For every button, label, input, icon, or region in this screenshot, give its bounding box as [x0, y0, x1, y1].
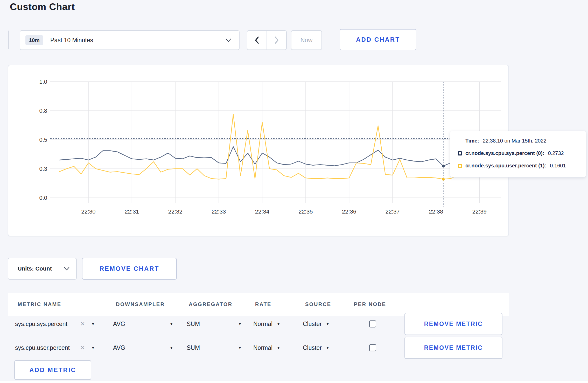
series-line-1: [59, 114, 494, 179]
chevron-right-icon: [274, 36, 279, 44]
rate-value: Normal: [253, 321, 272, 328]
caret-down-icon: ▼: [238, 346, 242, 350]
tooltip-sys-label: cr.node.sys.cpu.sys.percent (0):: [465, 150, 544, 156]
clear-metric-icon[interactable]: ✕: [80, 345, 85, 351]
aggregator-value: SUM: [187, 321, 200, 328]
next-time-button[interactable]: [267, 31, 286, 49]
tooltip-time-label: Time:: [465, 138, 479, 144]
caret-down-icon: ▼: [170, 346, 173, 350]
remove-metric-button[interactable]: REMOVE METRIC: [404, 337, 502, 359]
time-range-label: Past 10 Minutes: [50, 37, 93, 44]
metric-name-select[interactable]: sys.cpu.sys.percent ✕ ▼: [15, 312, 106, 336]
source-select[interactable]: Cluster ▼: [303, 336, 330, 360]
time-range-badge: 10m: [25, 35, 43, 45]
remove-chart-button[interactable]: REMOVE CHART: [82, 258, 177, 280]
prev-time-button[interactable]: [247, 31, 267, 49]
page-left-border: [1, 0, 1, 383]
chevron-left-icon: [254, 36, 260, 44]
remove-metric-button[interactable]: REMOVE METRIC: [404, 313, 502, 335]
caret-down-icon: ▼: [170, 322, 173, 326]
series-line-0: [59, 147, 494, 166]
chart-card: 0.00.30.50.81.022:3022:3122:3222:3322:34…: [8, 65, 509, 236]
custom-chart-page: Custom Chart 10m Past 10 Minutes Now ADD…: [0, 0, 588, 383]
x-tick-label: 22:39: [472, 208, 487, 215]
source-value: Cluster: [303, 321, 322, 328]
remove-metric-label: REMOVE METRIC: [424, 321, 483, 328]
x-tick-label: 22:37: [386, 208, 400, 215]
metric-name-value: sys.cpu.user.percent: [15, 344, 70, 351]
y-tick-label: 0.3: [39, 166, 47, 172]
caret-down-icon: ▼: [326, 322, 330, 326]
aggregator-select[interactable]: SUM ▼: [185, 336, 243, 360]
chart-tooltip: Time: 22:38:10 on Mar 15th, 2022 cr.node…: [450, 131, 586, 178]
x-tick-label: 22:33: [212, 208, 226, 215]
caret-down-icon: ▼: [277, 322, 280, 326]
crosshair-dot-0: [442, 165, 445, 167]
x-tick-label: 22:35: [298, 208, 313, 215]
caret-down-icon: ▼: [91, 346, 95, 350]
toolbar-left-divider: [8, 31, 9, 49]
add-chart-button[interactable]: ADD CHART: [340, 29, 416, 50]
y-tick-label: 0.8: [39, 108, 47, 114]
downsampler-select[interactable]: AVG ▼: [111, 312, 175, 336]
x-tick-label: 22:32: [168, 208, 183, 215]
x-tick-label: 22:38: [429, 208, 443, 215]
y-tick-label: 1.0: [39, 79, 47, 85]
x-tick-label: 22:30: [81, 208, 95, 215]
tooltip-user-value: 0.1601: [550, 163, 566, 169]
aggregator-select[interactable]: SUM ▼: [185, 312, 243, 336]
chevron-down-icon: [226, 38, 231, 42]
caret-down-icon: ▼: [326, 346, 330, 350]
rate-select[interactable]: Normal ▼: [253, 312, 280, 336]
crosshair-dot-1: [442, 178, 445, 181]
x-tick-label: 22:36: [342, 208, 356, 215]
units-select[interactable]: Units: Count: [8, 258, 77, 280]
metric-name-value: sys.cpu.sys.percent: [15, 321, 67, 328]
rate-select[interactable]: Normal ▼: [253, 336, 280, 360]
timeseries-chart[interactable]: 0.00.30.50.81.022:3022:3122:3222:3322:34…: [8, 65, 508, 236]
y-tick-label: 0.0: [39, 195, 47, 201]
clear-metric-icon[interactable]: ✕: [80, 321, 85, 327]
bottom-section-edge: [0, 381, 588, 383]
source-select[interactable]: Cluster ▼: [303, 312, 330, 336]
caret-down-icon: ▼: [91, 322, 95, 326]
remove-metric-label: REMOVE METRIC: [424, 344, 483, 351]
tooltip-user-label: cr.node.sys.cpu.user.percent (1):: [465, 163, 546, 169]
units-label: Units: Count: [18, 265, 52, 272]
remove-chart-label: REMOVE CHART: [100, 265, 159, 272]
tooltip-sys-value: 0.2732: [548, 150, 564, 156]
now-button[interactable]: Now: [291, 30, 322, 50]
per-node-checkbox[interactable]: [369, 321, 376, 328]
source-value: Cluster: [303, 344, 322, 351]
tooltip-time-value: 22:38:10 on Mar 15th, 2022: [483, 138, 547, 144]
downsampler-select[interactable]: AVG ▼: [111, 336, 175, 360]
caret-down-icon: ▼: [277, 346, 280, 350]
metric-name-select[interactable]: sys.cpu.user.percent ✕ ▼: [15, 336, 106, 360]
metric-row: sys.cpu.user.percent ✕ ▼ AVG ▼ SUM ▼ Nor…: [8, 336, 509, 360]
x-tick-label: 22:31: [125, 208, 139, 215]
page-title: Custom Chart: [10, 2, 75, 12]
add-metric-label: ADD METRIC: [29, 366, 76, 374]
x-tick-label: 22:34: [255, 208, 269, 215]
sys-series-legend-icon: [458, 151, 462, 155]
time-nav-arrows: [247, 30, 287, 50]
time-range-select[interactable]: 10m Past 10 Minutes: [20, 30, 240, 50]
downsampler-value: AVG: [113, 321, 125, 328]
add-metric-button[interactable]: ADD METRIC: [14, 360, 91, 380]
rate-value: Normal: [253, 344, 272, 351]
y-tick-label: 0.5: [39, 137, 47, 143]
chevron-down-icon: [64, 267, 69, 271]
user-series-legend-icon: [458, 164, 462, 168]
per-node-checkbox[interactable]: [369, 344, 376, 351]
metric-row: sys.cpu.sys.percent ✕ ▼ AVG ▼ SUM ▼ Norm…: [8, 312, 509, 336]
aggregator-value: SUM: [187, 344, 200, 351]
downsampler-value: AVG: [113, 344, 125, 351]
add-chart-label: ADD CHART: [356, 36, 400, 43]
caret-down-icon: ▼: [238, 322, 242, 326]
